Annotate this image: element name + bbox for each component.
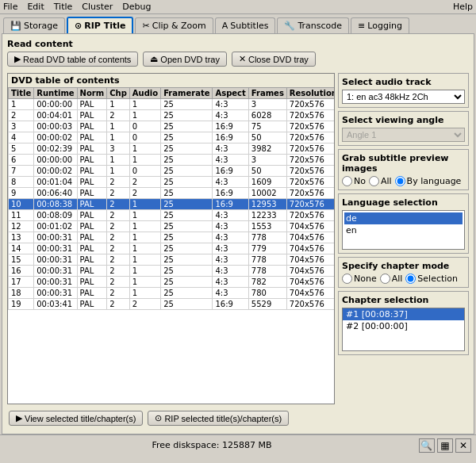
table-row[interactable]: 1200:01:02PAL21254:31553704x576	[9, 221, 335, 232]
free-disk-label: Free diskspace: 125887 MB	[152, 440, 272, 450]
menu-edit[interactable]: Edit	[27, 2, 44, 12]
grid-icon-btn[interactable]: ▦	[437, 438, 453, 453]
tab-storage[interactable]: 💾 Storage	[3, 17, 65, 33]
clip-zoom-icon: ✂	[142, 21, 149, 31]
table-row[interactable]: 200:04:01PAL21254:36028720x576	[9, 110, 335, 121]
zoom-icon-btn[interactable]: 🔍	[419, 438, 435, 453]
dvd-section-label: DVD table of contents	[8, 74, 334, 87]
chapter-all[interactable]: All	[380, 274, 403, 284]
transcode-icon: 🔧	[284, 21, 295, 31]
menubar-left: File Edit Title Cluster Debug	[3, 2, 152, 12]
tab-clip-zoom[interactable]: ✂ Clip & Zoom	[135, 17, 213, 33]
read-content-label: Read content	[7, 39, 469, 49]
table-row[interactable]: 700:00:02PAL102516:950720x576	[9, 166, 335, 177]
language-label: Language selection	[342, 197, 465, 208]
chapter-mode-radio-group: None All Selection	[342, 274, 465, 284]
viewing-angle-select[interactable]: Angle 1	[342, 128, 465, 142]
col-norm: Norm	[77, 88, 107, 99]
tab-logging[interactable]: ≡ Logging	[351, 17, 409, 33]
view-icon: ▶	[16, 413, 22, 423]
tab-rip-title-label: RIP Title	[84, 21, 125, 31]
read-content-buttons: ▶ Read DVD table of contents ⏏ Open DVD …	[7, 52, 469, 67]
dvd-table-container: DVD table of contents Title Runtime Norm…	[7, 73, 335, 404]
menu-file[interactable]: File	[3, 2, 17, 12]
menu-cluster[interactable]: Cluster	[82, 2, 113, 12]
table-row[interactable]: 1600:00:31PAL21254:3778704x576	[9, 266, 335, 277]
table-row[interactable]: 500:02:39PAL31254:33982720x576	[9, 143, 335, 155]
language-list[interactable]: de en	[342, 210, 465, 250]
main-content: Read content ▶ Read DVD table of content…	[2, 33, 474, 434]
tab-transcode-label: Transcode	[298, 21, 342, 31]
open-tray-button[interactable]: ⏏ Open DVD tray	[143, 52, 227, 67]
col-frames: Frames	[248, 88, 286, 99]
dvd-table: Title Runtime Norm Chp Audio Framerate A…	[8, 87, 334, 310]
chapter-mode-label: Specify chapter mode	[342, 261, 465, 271]
table-row[interactable]: 300:00:03PAL102516:975720x576	[9, 121, 335, 132]
chapter-selection[interactable]: Selection	[405, 274, 458, 284]
table-row[interactable]: 1300:00:31PAL21254:3778704x576	[9, 232, 335, 243]
table-row[interactable]: 1100:08:09PAL21254:312233720x576	[9, 210, 335, 221]
chapter-item-1[interactable]: #1 [00:08:37]	[343, 308, 464, 320]
table-row[interactable]: 900:06:40PAL222516:910002720x576	[9, 188, 335, 199]
read-dvd-button[interactable]: ▶ Read DVD table of contents	[7, 52, 138, 67]
chapter-none[interactable]: None	[342, 274, 377, 284]
tab-clip-zoom-label: Clip & Zoom	[152, 21, 206, 31]
tabs-bar: 💾 Storage ⊙ RIP Title ✂ Clip & Zoom A Su…	[0, 14, 476, 33]
menu-debug[interactable]: Debug	[122, 2, 151, 12]
subtitle-bylang[interactable]: By language	[395, 176, 462, 186]
menubar: File Edit Title Cluster Debug Help	[0, 0, 476, 14]
tab-subtitles[interactable]: A Subtitles	[215, 17, 276, 33]
table-row[interactable]: 600:00:00PAL11254:33720x576	[9, 155, 335, 166]
subtitle-no[interactable]: No	[342, 176, 366, 186]
table-row[interactable]: 1700:00:31PAL21254:3782704x576	[9, 277, 335, 288]
close-tray-icon: ✕	[239, 54, 246, 64]
viewing-angle-label: Select viewing angle	[342, 115, 465, 125]
col-runtime: Runtime	[34, 88, 77, 99]
subtitle-section: Grab subtitle preview images No All By l…	[338, 149, 469, 190]
open-tray-icon: ⏏	[150, 54, 158, 64]
subtitles-icon: A	[222, 21, 228, 31]
subtitle-all[interactable]: All	[369, 176, 392, 186]
close-tray-button[interactable]: ✕ Close DVD tray	[232, 52, 316, 67]
chapter-selection-section: Chapter selection #1 [00:08:37] #2 [00:0…	[338, 291, 469, 355]
tab-logging-label: Logging	[367, 21, 402, 31]
tab-subtitles-label: Subtitles	[230, 21, 268, 31]
col-audio: Audio	[129, 88, 160, 99]
table-row[interactable]: 1000:08:38PAL212516:912953720x576	[9, 199, 335, 210]
table-row[interactable]: 800:01:04PAL22254:31609720x576	[9, 177, 335, 188]
col-resolution: Resolution	[286, 88, 334, 99]
close-icon-btn[interactable]: ✕	[455, 438, 471, 453]
statusbar-icons: 🔍 ▦ ✕	[419, 438, 471, 453]
audio-track-label: Select audio track	[342, 77, 465, 87]
table-row[interactable]: 1400:00:31PAL21254:3779704x576	[9, 243, 335, 254]
rip-icon: ⊙	[155, 413, 162, 423]
read-content-section: Read content ▶ Read DVD table of content…	[7, 39, 469, 70]
col-title: Title	[9, 88, 34, 99]
tab-storage-label: Storage	[24, 21, 58, 31]
lang-item-de[interactable]: de	[344, 212, 463, 224]
audio-track-select[interactable]: 1: en ac3 48kHz 2Ch	[342, 90, 465, 104]
table-row[interactable]: 100:00:00PAL11254:33720x576	[9, 99, 335, 110]
col-chp: Chp	[107, 88, 130, 99]
table-row[interactable]: 400:00:02PAL102516:950720x576	[9, 132, 335, 143]
rip-title-icon: ⊙	[75, 21, 82, 31]
rip-selected-button[interactable]: ⊙ RIP selected title(s)/chapter(s)	[148, 411, 289, 426]
col-aspect: Aspect	[213, 88, 248, 99]
read-dvd-icon: ▶	[14, 54, 21, 64]
table-wrapper[interactable]: Title Runtime Norm Chp Audio Framerate A…	[8, 87, 334, 404]
chapter-list[interactable]: #1 [00:08:37] #2 [00:00:00]	[342, 308, 465, 351]
tab-rip-title[interactable]: ⊙ RIP Title	[67, 17, 133, 33]
table-row[interactable]: 1900:03:41PAL222516:95529720x576	[9, 299, 335, 310]
table-row[interactable]: 1800:00:31PAL21254:3780704x576	[9, 288, 335, 299]
view-selected-button[interactable]: ▶ View selected title/chapter(s)	[9, 411, 143, 426]
viewing-angle-section: Select viewing angle Angle 1	[338, 111, 469, 146]
menu-title[interactable]: Title	[54, 2, 73, 12]
language-section: Language selection de en	[338, 193, 469, 254]
storage-icon: 💾	[10, 21, 21, 31]
lang-item-en[interactable]: en	[344, 224, 463, 236]
chapter-item-2[interactable]: #2 [00:00:00]	[343, 320, 464, 332]
table-row[interactable]: 1500:00:31PAL21254:3778704x576	[9, 254, 335, 266]
chapter-mode-section: Specify chapter mode None All Selection	[338, 257, 469, 288]
tab-transcode[interactable]: 🔧 Transcode	[277, 17, 349, 33]
menu-help[interactable]: Help	[453, 2, 473, 12]
